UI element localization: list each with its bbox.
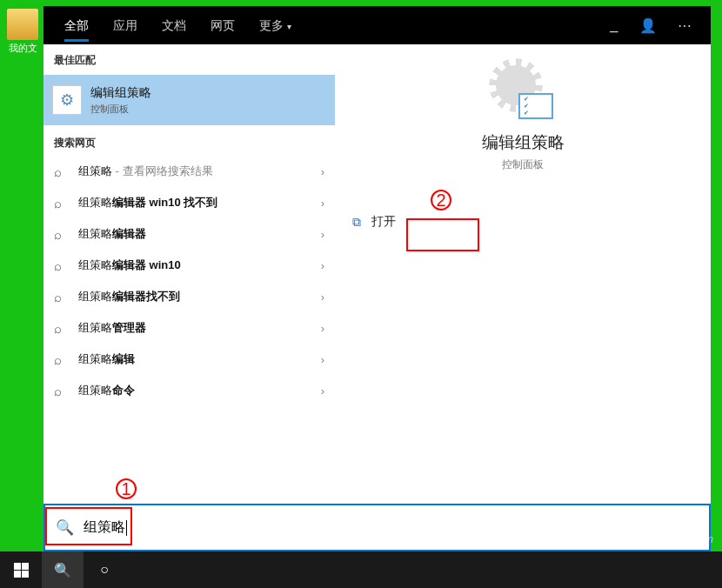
search-icon: ⌕ bbox=[54, 196, 70, 210]
search-icon: ⌕ bbox=[54, 384, 70, 398]
taskbar-cortana-button[interactable]: ○ bbox=[84, 551, 125, 588]
web-result-item[interactable]: ⌕组策略命令› bbox=[43, 375, 335, 406]
web-result-item[interactable]: ⌕组策略 - 查看网络搜索结果› bbox=[43, 156, 335, 187]
web-result-text: 组策略管理器 bbox=[78, 320, 321, 336]
search-bar[interactable]: 🔍 组策略 bbox=[43, 504, 711, 551]
chevron-right-icon: › bbox=[321, 197, 324, 210]
search-icon: ⌕ bbox=[54, 321, 70, 336]
checklist-icon bbox=[518, 93, 553, 119]
web-result-text: 组策略命令 bbox=[78, 383, 321, 398]
search-icon: ⌕ bbox=[54, 352, 70, 367]
web-result-item[interactable]: ⌕组策略编辑器 win10 找不到› bbox=[43, 187, 335, 218]
folder-icon bbox=[7, 9, 38, 40]
search-panel: 全部 应用 文档 网页 更多▾ ⎯ 👤 ⋯ 最佳匹配 ⚙ 编辑组策略 控制面板 … bbox=[43, 6, 711, 551]
tab-all[interactable]: 全部 bbox=[52, 10, 101, 42]
tab-web[interactable]: 网页 bbox=[198, 10, 247, 42]
section-best-match: 最佳匹配 bbox=[43, 44, 335, 75]
open-action[interactable]: ⧉ 打开 bbox=[335, 205, 711, 238]
open-icon: ⧉ bbox=[352, 215, 361, 230]
search-tabs: 全部 应用 文档 网页 更多▾ ⎯ 👤 ⋯ bbox=[43, 6, 711, 44]
web-result-text: 组策略编辑器 win10 找不到 bbox=[78, 195, 321, 210]
tab-documents[interactable]: 文档 bbox=[150, 10, 198, 42]
chevron-right-icon: › bbox=[321, 165, 324, 178]
search-icon: ⌕ bbox=[54, 227, 70, 242]
control-panel-icon: ⚙ bbox=[52, 85, 82, 115]
web-result-item[interactable]: ⌕组策略编辑器找不到› bbox=[43, 281, 335, 312]
chevron-right-icon: › bbox=[321, 291, 324, 304]
start-button[interactable] bbox=[0, 551, 42, 588]
best-match-subtitle: 控制面板 bbox=[90, 103, 151, 116]
web-result-item[interactable]: ⌕组策略管理器› bbox=[43, 312, 335, 344]
results-list: 最佳匹配 ⚙ 编辑组策略 控制面板 搜索网页 ⌕组策略 - 查看网络搜索结果›⌕… bbox=[43, 44, 335, 504]
web-result-item[interactable]: ⌕组策略编辑› bbox=[43, 344, 335, 375]
taskbar-search-button[interactable]: 🔍 bbox=[42, 551, 84, 588]
tab-apps[interactable]: 应用 bbox=[101, 10, 150, 42]
chevron-right-icon: › bbox=[321, 322, 324, 335]
desktop-icon-my-documents[interactable]: 我的文 bbox=[2, 9, 43, 55]
windows-logo-icon bbox=[14, 563, 29, 578]
web-result-text: 组策略编辑器找不到 bbox=[78, 289, 321, 304]
tab-more[interactable]: 更多▾ bbox=[247, 10, 304, 42]
web-result-item[interactable]: ⌕组策略编辑器 win10› bbox=[43, 250, 335, 281]
preview-icon bbox=[492, 65, 553, 119]
search-icon: ⌕ bbox=[54, 164, 70, 179]
best-match-item[interactable]: ⚙ 编辑组策略 控制面板 bbox=[43, 75, 335, 125]
chevron-right-icon: › bbox=[321, 228, 324, 241]
more-options-icon[interactable]: ⋯ bbox=[667, 17, 702, 34]
web-result-text: 组策略编辑器 bbox=[78, 226, 321, 242]
chevron-down-icon: ▾ bbox=[287, 22, 291, 31]
web-result-text: 组策略编辑器 win10 bbox=[78, 257, 321, 273]
feedback-icon[interactable]: ⎯ bbox=[599, 17, 629, 33]
account-icon[interactable]: 👤 bbox=[629, 17, 667, 34]
taskbar: 🔍 ○ bbox=[0, 551, 722, 588]
web-result-item[interactable]: ⌕组策略编辑器› bbox=[43, 218, 335, 250]
chevron-right-icon: › bbox=[321, 259, 324, 272]
search-icon: ⌕ bbox=[54, 258, 70, 273]
web-result-text: 组策略 - 查看网络搜索结果 bbox=[78, 164, 321, 179]
preview-pane: 编辑组策略 控制面板 ⧉ 打开 bbox=[335, 44, 711, 504]
preview-subtitle: 控制面板 bbox=[502, 157, 544, 172]
best-match-title: 编辑组策略 bbox=[90, 85, 151, 101]
web-result-text: 组策略编辑 bbox=[78, 351, 321, 367]
section-search-web: 搜索网页 bbox=[43, 125, 335, 156]
open-label: 打开 bbox=[371, 214, 396, 230]
preview-title: 编辑组策略 bbox=[482, 131, 565, 154]
chevron-right-icon: › bbox=[321, 353, 324, 366]
search-icon: ⌕ bbox=[54, 290, 70, 304]
chevron-right-icon: › bbox=[321, 384, 324, 398]
desktop-icon-label: 我的文 bbox=[2, 42, 43, 55]
